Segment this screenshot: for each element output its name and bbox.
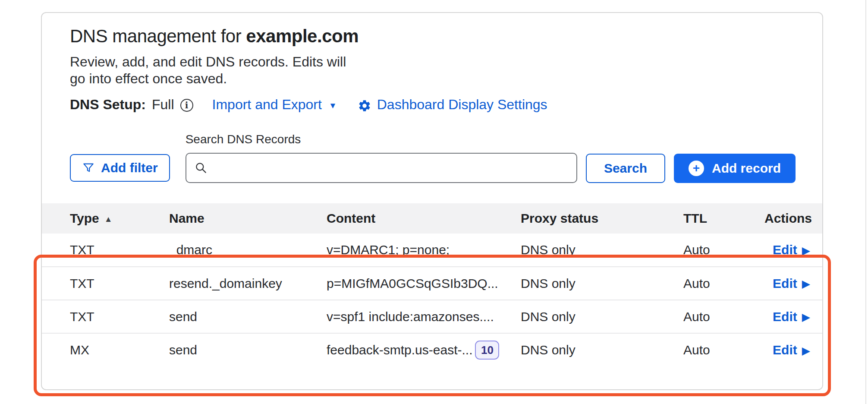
table-row: MX send feedback-smtp.us-east-... 10 DNS… <box>42 333 822 366</box>
record-type: TXT <box>42 300 169 333</box>
table-row: TXT resend._domainkey p=MIGfMA0GCSqGSIb3… <box>42 267 822 300</box>
record-proxy-status: DNS only <box>521 333 683 366</box>
info-icon[interactable]: i <box>180 99 193 112</box>
search-button[interactable]: Search <box>586 154 665 183</box>
dns-management-card: DNS management for example.com Review, a… <box>41 12 823 390</box>
search-input[interactable] <box>213 154 569 182</box>
edit-record-link[interactable]: Edit▶ <box>773 243 810 257</box>
dns-records-table: Type▲ Name Content Proxy status TTL Acti… <box>42 203 822 366</box>
column-header-ttl[interactable]: TTL <box>683 203 764 234</box>
mx-priority-badge: 10 <box>475 341 499 360</box>
search-label: Search DNS Records <box>186 133 577 146</box>
record-type: TXT <box>42 234 169 267</box>
column-header-type[interactable]: Type▲ <box>42 203 169 234</box>
record-content: feedback-smtp.us-east-... <box>327 343 472 357</box>
dns-setup-value: Full <box>152 97 174 113</box>
record-proxy-status: DNS only <box>521 234 683 267</box>
table-row: TXT send v=spf1 include:amazonses.... DN… <box>42 300 822 333</box>
record-name: resend._domainkey <box>169 267 327 300</box>
add-record-button[interactable]: + Add record <box>674 154 796 183</box>
record-name: send <box>169 300 327 333</box>
record-ttl: Auto <box>683 300 764 333</box>
record-ttl: Auto <box>683 333 764 366</box>
record-content: v=spf1 include:amazonses.... <box>327 300 521 333</box>
add-filter-button[interactable]: Add filter <box>70 154 170 182</box>
edit-record-link[interactable]: Edit▶ <box>773 343 810 357</box>
dashboard-display-settings-link[interactable]: Dashboard Display Settings <box>358 97 547 113</box>
record-ttl: Auto <box>683 267 764 300</box>
record-proxy-status: DNS only <box>521 267 683 300</box>
import-export-link[interactable]: Import and Export ▼ <box>212 97 337 113</box>
column-header-actions: Actions <box>764 203 822 234</box>
table-row: TXT _dmarc v=DMARC1; p=none; DNS only Au… <box>42 234 822 267</box>
edit-record-link[interactable]: Edit▶ <box>773 276 810 291</box>
record-content: p=MIGfMA0GCSqGSIb3DQ... <box>327 267 521 300</box>
record-content: v=DMARC1; p=none; <box>327 234 521 267</box>
column-header-content[interactable]: Content <box>327 203 521 234</box>
plus-icon: + <box>689 161 704 176</box>
record-name: _dmarc <box>169 234 327 267</box>
page-title: DNS management for example.com <box>70 26 796 47</box>
filter-funnel-icon <box>82 161 95 174</box>
dns-setup-row: DNS Setup: Full i Import and Export ▼ Da… <box>70 97 796 113</box>
chevron-right-icon: ▶ <box>802 344 810 357</box>
sort-ascending-icon: ▲ <box>104 215 113 224</box>
page-edge-divider <box>865 0 866 404</box>
gear-icon <box>358 99 371 113</box>
record-ttl: Auto <box>683 234 764 267</box>
chevron-right-icon: ▶ <box>802 244 810 257</box>
edit-record-link[interactable]: Edit▶ <box>773 309 810 324</box>
column-header-proxy-status[interactable]: Proxy status <box>521 203 683 234</box>
page-subtitle: Review, add, and edit DNS records. Edits… <box>70 54 796 87</box>
chevron-down-icon: ▼ <box>329 101 337 110</box>
chevron-right-icon: ▶ <box>802 311 810 323</box>
record-name: send <box>169 333 327 366</box>
search-icon <box>194 161 208 175</box>
record-type: TXT <box>42 267 169 300</box>
chevron-right-icon: ▶ <box>802 278 810 290</box>
record-proxy-status: DNS only <box>521 300 683 333</box>
domain-name: example.com <box>246 26 359 46</box>
table-header-row: Type▲ Name Content Proxy status TTL Acti… <box>42 203 822 234</box>
dns-setup-label: DNS Setup: <box>70 97 146 113</box>
column-header-name[interactable]: Name <box>169 203 327 234</box>
search-input-container <box>186 153 577 183</box>
record-type: MX <box>42 333 169 366</box>
